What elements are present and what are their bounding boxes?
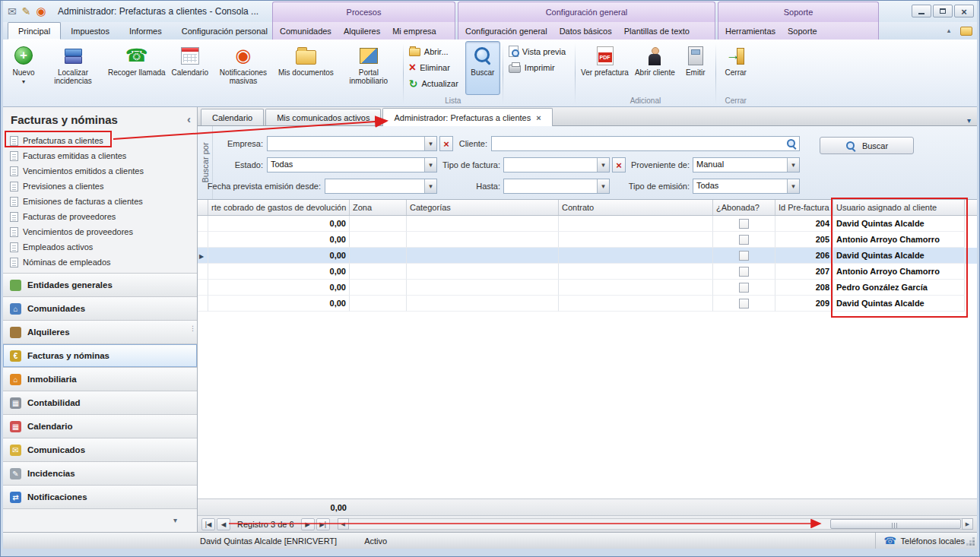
sidebar-item[interactable]: Facturas emitidas a clientes [3,148,197,163]
ribbon-button[interactable]: Mis documentos [275,41,337,95]
ribbon-small-button[interactable]: Vista previa [506,43,572,59]
chevron-down-icon[interactable] [424,179,436,193]
sidebar-section[interactable]: ▦ Contabilidad [3,391,197,414]
document-tab[interactable]: Administrador: Prefacturas a clientes × [382,108,552,126]
next-record-button[interactable]: ▶ [301,518,315,530]
abonada-checkbox[interactable] [739,219,749,229]
buscar-filter-button[interactable]: Buscar [820,137,914,154]
tipo-factura-select[interactable] [503,157,610,172]
column-header[interactable]: Id Pre-factura [775,200,833,215]
sidebar-item[interactable]: Vencimientos de proveedores [3,224,197,239]
menu-tab[interactable]: Plantillas de texto [618,22,696,40]
table-row[interactable]: 0,00 204 David Quintas Alcalde [198,216,977,232]
chevron-down-icon[interactable] [787,158,799,172]
splitter-grip[interactable] [189,324,196,332]
proveniente-select[interactable]: Manual [693,157,800,172]
mail-icon[interactable] [8,5,17,18]
collapse-sidebar-icon[interactable] [187,112,191,126]
table-row[interactable]: 0,00 207 Antonio Arroyo Chamorro [198,264,977,280]
chevron-down-icon[interactable] [597,179,609,193]
first-record-button[interactable]: |◀ [201,518,215,530]
ribbon-small-button[interactable]: Imprimir [506,59,572,75]
maximize-button[interactable] [933,5,953,17]
estado-select[interactable]: Todas [267,157,437,172]
menu-tab[interactable]: Alquileres [338,22,386,40]
telefonos-locales-button[interactable]: Teléfonos locales [875,533,965,549]
sidebar-item[interactable]: Vencimientos emitidos a clientes [3,163,197,179]
last-record-button[interactable]: ▶| [316,518,330,530]
sidebar-section[interactable]: ⌂ Comunidades [3,296,197,320]
column-header[interactable]: Categorías [407,200,559,215]
sidebar-section[interactable]: ✎ Incidencias [3,461,197,485]
ribbon-button[interactable]: Calendario [169,41,211,95]
edit-icon[interactable] [22,5,31,18]
sidebar-section[interactable]: ✉ Comunicados [3,438,197,461]
close-button[interactable] [954,5,974,17]
ribbon-small-button[interactable]: Eliminar [406,59,465,75]
tab-list-icon[interactable] [967,112,971,126]
sidebar-section[interactable]: € Facturas y nóminas [3,343,197,367]
ribbon-button[interactable]: Notificaciones masivas [211,41,275,95]
tipo-emision-select[interactable]: Todas [693,179,800,194]
column-header[interactable]: rte cobrado de gastos de devolución [208,200,350,215]
help-folder-icon[interactable] [960,27,972,36]
scroll-right-icon[interactable] [962,518,973,530]
abonada-checkbox[interactable] [739,299,749,309]
sidebar-section[interactable]: Entidades generales [3,273,197,296]
close-tab-icon[interactable]: × [536,113,541,122]
abonada-checkbox[interactable] [739,267,749,277]
sidebar-item[interactable]: Emisiones de facturas a clientes [3,194,197,209]
sidebar-item[interactable]: Facturas de proveedores [3,209,197,224]
column-header[interactable]: Zona [350,200,407,215]
table-row[interactable]: 0,00 209 David Quintas Alcalde [198,296,977,312]
ribbon-button[interactable]: Emitir [678,41,713,95]
ribbon-button[interactable]: Nuevo [6,41,41,95]
ribbon-button[interactable]: Localizar incidencias [41,41,105,95]
hasta-select[interactable] [503,179,610,194]
menu-tab[interactable]: Herramientas [719,22,782,40]
sidebar-item[interactable]: Nóminas de empleados [3,255,197,270]
chevron-down-icon[interactable] [787,179,799,193]
horizontal-scrollbar[interactable] [338,518,973,530]
scrollbar-thumb[interactable] [830,519,961,529]
sidebar-section[interactable]: ⌂ Inmobiliaria [3,367,197,391]
empresa-select[interactable] [267,136,437,151]
fecha-desde-select[interactable] [325,179,437,194]
column-header[interactable]: Usuario asignado al cliente [833,200,965,215]
menu-tab[interactable]: Mi empresa [386,22,442,40]
minimize-button[interactable] [912,5,931,17]
ribbon-button[interactable]: Recoger llamada [105,41,169,95]
ribbon-button[interactable]: Portal inmobiliario [337,41,401,95]
resize-grip[interactable] [972,543,975,546]
abonada-checkbox[interactable] [739,251,749,261]
sidebar-item[interactable]: Empleados activos [3,239,197,255]
sidebar-item[interactable]: Prefacturas a clientes [3,133,197,148]
sidebar-section[interactable]: ▦ Calendario [3,414,197,438]
sidebar-section[interactable]: Alquileres [3,320,197,343]
search-icon[interactable] [784,137,799,150]
ribbon-button[interactable]: Abrir cliente [632,41,678,95]
table-row[interactable]: 0,00 205 Antonio Arroyo Chamorro [198,232,977,248]
sidebar-section[interactable]: ⇄ Notificaciones [3,485,197,508]
column-header[interactable]: Contrato [559,200,713,215]
cliente-input[interactable] [491,136,800,151]
menu-tab[interactable]: Configuración general [459,22,553,40]
menu-tab[interactable]: Principal [8,22,61,40]
titlebar[interactable]: Administrador: Prefacturas a clientes - … [3,1,977,22]
chevron-down-icon[interactable] [597,158,609,172]
menu-tab[interactable]: Soporte [782,22,823,40]
table-row[interactable]: 0,00 208 Pedro González García [198,280,977,296]
abonada-checkbox[interactable] [739,235,749,245]
menu-tab[interactable]: Datos básicos [553,22,618,40]
cerrar-button[interactable]: Cerrar [718,41,753,95]
collapse-ribbon-icon[interactable] [942,24,956,36]
menu-tab[interactable]: Informes [119,22,172,40]
prev-record-button[interactable]: ◀ [217,518,230,530]
document-tab[interactable]: Calendario [201,109,264,125]
abonada-checkbox[interactable] [739,283,749,293]
scrollbar-track[interactable] [349,518,962,530]
ribbon-small-button[interactable]: Actualizar [406,75,465,91]
column-header[interactable]: ¿Abonada? [713,200,775,215]
scroll-left-icon[interactable] [338,518,349,530]
buscar-button[interactable]: Buscar [465,41,500,95]
